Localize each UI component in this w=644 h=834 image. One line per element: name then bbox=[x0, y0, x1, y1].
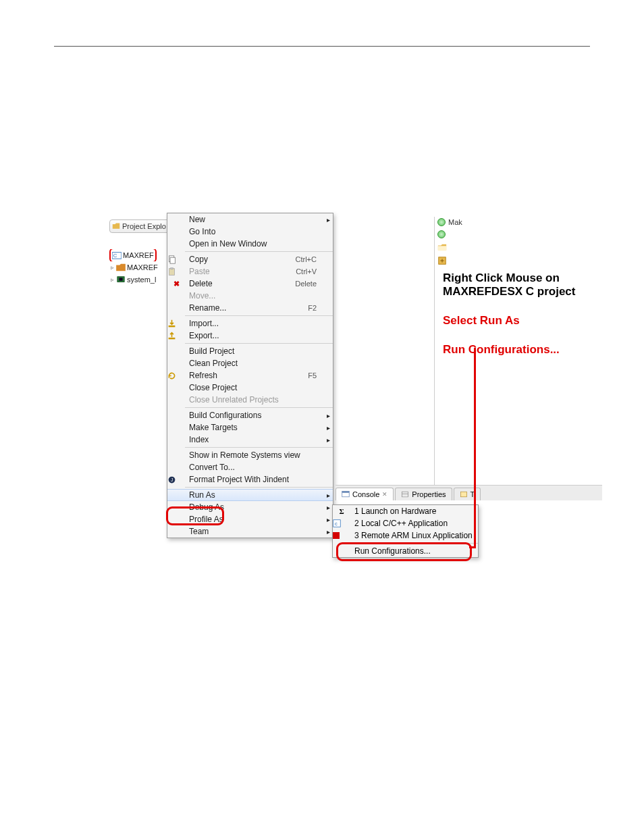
menu-item-copy[interactable]: CopyCtrl+C bbox=[167, 253, 333, 265]
menu-item-convert-to[interactable]: Convert To... bbox=[167, 461, 333, 473]
menu-separator bbox=[185, 447, 333, 448]
open-folder-icon[interactable] bbox=[437, 242, 447, 252]
svg-rect-19 bbox=[333, 532, 340, 539]
properties-tab-label: Properties bbox=[412, 490, 446, 498]
menu-item-import[interactable]: Import... bbox=[167, 317, 333, 330]
make-label: Mak bbox=[448, 218, 462, 226]
svg-rect-14 bbox=[342, 492, 350, 493]
menu-item-close-unrelated: Close Unrelated Projects bbox=[167, 394, 333, 406]
red-square-icon bbox=[333, 532, 350, 539]
context-menu: New▸ Go Into Open in New Window CopyCtrl… bbox=[167, 213, 333, 538]
menu-item-build-project[interactable]: Build Project bbox=[167, 345, 333, 357]
properties-icon bbox=[401, 490, 409, 498]
menu-item-close-project[interactable]: Close Project bbox=[167, 382, 333, 394]
menu-separator bbox=[185, 251, 333, 252]
menu-item-export[interactable]: Export... bbox=[167, 330, 333, 342]
sigma-icon: Σ bbox=[333, 507, 350, 515]
properties-tab[interactable]: Properties bbox=[395, 488, 452, 500]
menu-item-format-jindent[interactable]: JFormat Project With Jindent bbox=[167, 473, 333, 486]
menu-separator bbox=[185, 315, 333, 316]
svg-text:C: C bbox=[113, 253, 117, 259]
svg-rect-7 bbox=[169, 268, 174, 275]
console-tab-label: Console bbox=[352, 490, 379, 498]
c-project-icon: C bbox=[112, 251, 122, 259]
tree-item[interactable]: ▹ system_l bbox=[109, 273, 170, 286]
submenu-item-run-configurations[interactable]: Run Configurations... bbox=[333, 545, 478, 557]
menu-item-index[interactable]: Index▸ bbox=[167, 434, 333, 446]
delete-icon: ✖ bbox=[167, 280, 185, 288]
editor-area bbox=[332, 217, 435, 487]
menu-item-move: Move... bbox=[167, 290, 333, 302]
project-explorer: Project Explo C MAXREF ▹ MAXREF ▹ bbox=[109, 206, 170, 286]
project-explorer-tab-label: Project Explo bbox=[122, 222, 166, 230]
submenu-item-local-c[interactable]: c2 Local C/C++ Application bbox=[333, 517, 478, 529]
svg-rect-4 bbox=[119, 278, 122, 280]
c-app-icon: c bbox=[333, 519, 350, 527]
menu-item-build-configs[interactable]: Build Configurations▸ bbox=[167, 409, 333, 421]
leader-line bbox=[469, 546, 476, 548]
menu-separator bbox=[185, 487, 333, 488]
menu-item-delete[interactable]: ✖DeleteDelete bbox=[167, 278, 333, 290]
bottom-tab-bar: Console ✕ Properties T bbox=[336, 485, 602, 500]
svg-rect-8 bbox=[171, 267, 173, 269]
menu-separator bbox=[185, 343, 333, 344]
extra-tab[interactable]: T bbox=[454, 488, 481, 500]
project-tree: C MAXREF ▹ MAXREF ▹ system_l bbox=[109, 249, 170, 286]
menu-item-go-into[interactable]: Go Into bbox=[167, 226, 333, 238]
menu-item-make-targets[interactable]: Make Targets▸ bbox=[167, 421, 333, 434]
project-explorer-tab[interactable]: Project Explo bbox=[109, 219, 172, 233]
expand-arrow-icon[interactable]: ▹ bbox=[109, 261, 115, 273]
menu-item-rename[interactable]: Rename...F2 bbox=[167, 302, 333, 314]
expand-arrow-icon[interactable]: ▹ bbox=[109, 273, 115, 286]
ide-screenshot: ▭ ▭ Mak Project Explo C MAXREF bbox=[109, 206, 602, 557]
menu-separator bbox=[350, 543, 478, 544]
folder-icon bbox=[112, 222, 120, 230]
console-icon bbox=[342, 490, 350, 498]
terminal-icon bbox=[460, 490, 468, 498]
menu-item-run-as[interactable]: Run As▸ bbox=[167, 489, 333, 501]
svg-rect-6 bbox=[170, 257, 175, 263]
annotation-run-configurations: Run Configurations... bbox=[443, 343, 560, 357]
menu-item-debug-as[interactable]: Debug As▸ bbox=[167, 501, 333, 513]
leader-line bbox=[474, 348, 476, 546]
menu-item-new[interactable]: New▸ bbox=[167, 213, 333, 226]
menu-separator bbox=[185, 407, 333, 408]
page-top-rule bbox=[54, 46, 590, 47]
make-perspective[interactable]: Mak bbox=[437, 218, 462, 226]
svg-rect-16 bbox=[460, 492, 466, 497]
folder-icon bbox=[116, 263, 126, 271]
svg-rect-9 bbox=[169, 325, 176, 326]
tree-item[interactable]: C MAXREF bbox=[109, 249, 170, 261]
jindent-icon: J bbox=[167, 475, 185, 484]
tree-item[interactable]: ▹ MAXREF bbox=[109, 261, 170, 273]
refresh-icon bbox=[167, 371, 185, 380]
hw-chip-icon bbox=[116, 276, 126, 284]
submenu-item-launch-hw[interactable]: Σ1 Launch on Hardware bbox=[333, 505, 478, 517]
menu-item-open-new-window[interactable]: Open in New Window bbox=[167, 238, 333, 250]
tree-item-label: MAXREF bbox=[127, 261, 158, 273]
target-icon bbox=[437, 218, 446, 226]
run-as-submenu: Σ1 Launch on Hardware c2 Local C/C++ App… bbox=[332, 504, 479, 558]
submenu-item-remote-arm[interactable]: 3 Remote ARM Linux Application bbox=[333, 529, 478, 542]
menu-item-show-remote[interactable]: Show in Remote Systems view bbox=[167, 449, 333, 461]
menu-item-paste: PasteCtrl+V bbox=[167, 265, 333, 278]
svg-rect-10 bbox=[169, 337, 176, 338]
target-icon[interactable] bbox=[437, 230, 446, 238]
console-tab[interactable]: Console ✕ bbox=[336, 488, 394, 500]
annotation-right-click: Right Click Mouse on MAXREFDESX C projec… bbox=[443, 271, 575, 298]
tree-item-label: system_l bbox=[127, 273, 156, 286]
annotation-select-run-as: Select Run As bbox=[443, 314, 520, 328]
tree-item-label: MAXREF bbox=[123, 249, 154, 261]
export-icon bbox=[167, 332, 185, 340]
close-icon[interactable]: ✕ bbox=[382, 491, 387, 498]
svg-text:c: c bbox=[335, 521, 338, 527]
menu-item-refresh[interactable]: RefreshF5 bbox=[167, 369, 333, 382]
perspective-switcher: Mak bbox=[437, 218, 462, 265]
import-icon bbox=[167, 319, 185, 328]
menu-item-clean-project[interactable]: Clean Project bbox=[167, 357, 333, 369]
paste-icon bbox=[167, 267, 185, 276]
svg-rect-15 bbox=[402, 492, 408, 497]
menu-item-team[interactable]: Team▸ bbox=[167, 525, 333, 538]
menu-item-profile-as[interactable]: Profile As▸ bbox=[167, 513, 333, 525]
build-icon[interactable] bbox=[437, 256, 447, 265]
